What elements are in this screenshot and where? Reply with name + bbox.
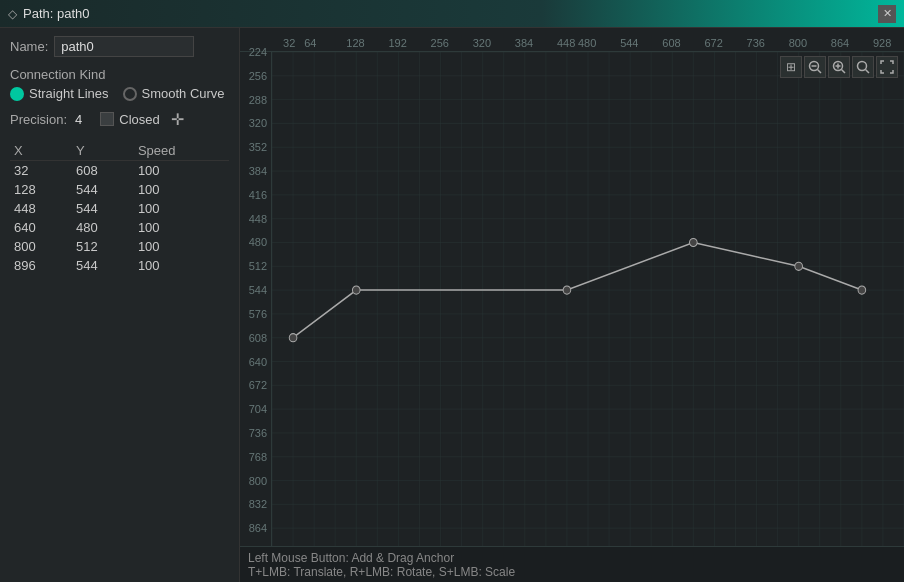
status-line-1: Left Mouse Button: Add & Drag Anchor — [248, 551, 896, 565]
x-ruler-label: 32 — [283, 37, 295, 49]
main-layout: Name: Connection Kind Straight Lines Smo… — [0, 28, 904, 582]
svg-line-2 — [818, 70, 822, 74]
y-ruler-label: 224 — [249, 46, 267, 58]
x-ruler-label: 544 — [620, 37, 638, 49]
y-ruler-label: 352 — [249, 141, 267, 153]
y-ruler-label: 672 — [249, 379, 267, 391]
y-ruler-label: 256 — [249, 70, 267, 82]
cell-y: 512 — [72, 237, 134, 256]
svg-point-67 — [858, 286, 866, 294]
cell-speed: 100 — [134, 180, 229, 199]
table-row[interactable]: 800 512 100 — [10, 237, 229, 256]
table-row[interactable]: 32 608 100 — [10, 161, 229, 181]
cell-speed: 100 — [134, 161, 229, 181]
cell-x: 128 — [10, 180, 72, 199]
grid-toggle-button[interactable]: ⊞ — [780, 56, 802, 78]
smooth-curve-radio[interactable] — [123, 87, 137, 101]
smooth-curve-label: Smooth Curve — [142, 86, 225, 101]
y-ruler-label: 704 — [249, 403, 267, 415]
straight-lines-label: Straight Lines — [29, 86, 109, 101]
name-input[interactable] — [54, 36, 194, 57]
x-ruler-label: 448 — [557, 37, 575, 49]
connection-kind-options: Straight Lines Smooth Curve — [10, 86, 229, 101]
straight-lines-radio[interactable] — [10, 87, 24, 101]
x-ruler-label: 800 — [789, 37, 807, 49]
cell-speed: 100 — [134, 256, 229, 275]
data-table: X Y Speed 32 608 100 128 544 100 448 544… — [10, 141, 229, 275]
zoom-out-button[interactable] — [804, 56, 826, 78]
cell-x: 448 — [10, 199, 72, 218]
grid-area[interactable]: 3264128192256320384448480544608672736800… — [240, 28, 904, 552]
x-ruler-label: 736 — [747, 37, 765, 49]
x-ruler-label: 256 — [431, 37, 449, 49]
svg-point-63 — [352, 286, 360, 294]
smooth-curve-option[interactable]: Smooth Curve — [123, 86, 225, 101]
svg-point-7 — [858, 62, 867, 71]
closed-checkbox[interactable] — [100, 112, 114, 126]
close-button[interactable]: ✕ — [878, 5, 896, 23]
cell-y: 544 — [72, 256, 134, 275]
y-ruler-label: 384 — [249, 165, 267, 177]
x-ruler-label: 320 — [473, 37, 491, 49]
x-ruler-label: 64 — [304, 37, 316, 49]
y-ruler-label: 576 — [249, 308, 267, 320]
x-ruler-label: 928 — [873, 37, 891, 49]
x-ruler-label: 864 — [831, 37, 849, 49]
move-icon[interactable]: ✛ — [168, 109, 188, 129]
toolbar-icons: ⊞ — [780, 56, 898, 78]
title-bar-left: ◇ Path: path0 — [8, 6, 90, 21]
col-header-x: X — [10, 141, 72, 161]
svg-line-8 — [866, 70, 870, 74]
table-row[interactable]: 640 480 100 — [10, 218, 229, 237]
col-header-speed: Speed — [134, 141, 229, 161]
table-row[interactable]: 128 544 100 — [10, 180, 229, 199]
closed-label: Closed — [119, 112, 159, 127]
y-ruler: 2242562883203523844164484805125445766086… — [240, 52, 272, 552]
cell-y: 544 — [72, 180, 134, 199]
y-ruler-label: 416 — [249, 189, 267, 201]
x-ruler-label: 480 — [578, 37, 596, 49]
precision-row: Precision: 4 Closed ✛ — [10, 109, 229, 129]
y-ruler-label: 448 — [249, 213, 267, 225]
status-bar: Left Mouse Button: Add & Drag Anchor T+L… — [240, 546, 904, 582]
cell-x: 32 — [10, 161, 72, 181]
x-ruler: 3264128192256320384448480544608672736800… — [240, 28, 904, 52]
name-label: Name: — [10, 39, 48, 54]
title-label: Path: path0 — [23, 6, 90, 21]
y-ruler-label: 320 — [249, 117, 267, 129]
connection-kind-section: Connection Kind Straight Lines Smooth Cu… — [10, 65, 229, 101]
connection-kind-label: Connection Kind — [10, 67, 229, 82]
cell-speed: 100 — [134, 218, 229, 237]
y-ruler-label: 480 — [249, 236, 267, 248]
cell-speed: 100 — [134, 199, 229, 218]
y-ruler-label: 736 — [249, 427, 267, 439]
x-ruler-label: 672 — [704, 37, 722, 49]
svg-point-64 — [563, 286, 571, 294]
y-ruler-label: 832 — [249, 498, 267, 510]
svg-point-62 — [289, 334, 297, 342]
precision-label: Precision: — [10, 112, 67, 127]
y-ruler-label: 864 — [249, 522, 267, 534]
x-ruler-label: 384 — [515, 37, 533, 49]
zoom-in-button[interactable] — [828, 56, 850, 78]
cell-x: 800 — [10, 237, 72, 256]
status-line-2: T+LMB: Translate, R+LMB: Rotate, S+LMB: … — [248, 565, 896, 579]
fullscreen-button[interactable] — [876, 56, 898, 78]
cell-speed: 100 — [134, 237, 229, 256]
grid-svg[interactable] — [272, 52, 904, 552]
zoom-fit-button[interactable] — [852, 56, 874, 78]
table-row[interactable]: 896 544 100 — [10, 256, 229, 275]
x-ruler-label: 192 — [388, 37, 406, 49]
cell-x: 640 — [10, 218, 72, 237]
y-ruler-label: 640 — [249, 356, 267, 368]
straight-lines-option[interactable]: Straight Lines — [10, 86, 109, 101]
x-ruler-label: 608 — [662, 37, 680, 49]
closed-wrap[interactable]: Closed — [100, 112, 159, 127]
grid-content[interactable] — [272, 52, 904, 552]
svg-line-6 — [842, 70, 846, 74]
precision-value: 4 — [75, 112, 82, 127]
y-ruler-label: 800 — [249, 475, 267, 487]
cell-y: 480 — [72, 218, 134, 237]
col-header-y: Y — [72, 141, 134, 161]
table-row[interactable]: 448 544 100 — [10, 199, 229, 218]
